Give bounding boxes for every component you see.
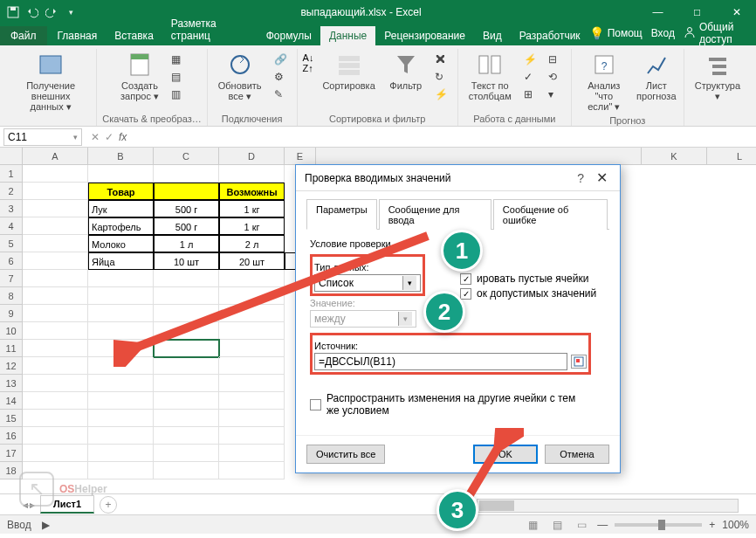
- ok-button[interactable]: OK: [473, 445, 538, 464]
- formula-bar-row: C11▾ ✕✓ fx: [0, 127, 756, 148]
- row-h[interactable]: 17: [0, 445, 23, 462]
- h-scrollbar[interactable]: [477, 499, 739, 513]
- dlg-tab-params[interactable]: Параметры: [306, 199, 377, 230]
- help-label[interactable]: Помощ: [608, 27, 643, 39]
- row-h[interactable]: 16: [0, 427, 23, 445]
- qat-dropdown-icon[interactable]: ▾: [65, 6, 77, 18]
- svg-rect-10: [479, 56, 488, 73]
- formula-bar[interactable]: [132, 135, 756, 139]
- badge-3: 3: [436, 489, 478, 531]
- row-h[interactable]: 6: [0, 252, 23, 270]
- sort-button[interactable]: Сортировка: [317, 49, 380, 93]
- tab-layout[interactable]: Разметка страниц: [162, 14, 258, 45]
- col-h[interactable]: E: [285, 148, 316, 165]
- text-to-columns-button[interactable]: Текст по столбцам: [464, 49, 517, 103]
- dlg-tab-error[interactable]: Сообщение об ошибке: [493, 199, 608, 230]
- badge-2: 2: [423, 291, 465, 333]
- col-h[interactable]: K: [642, 148, 707, 165]
- ignore-blank-checkbox[interactable]: ировать пустые ячейки: [460, 272, 596, 285]
- col-h[interactable]: L: [707, 148, 756, 165]
- row-h[interactable]: 3: [0, 200, 23, 217]
- tab-view[interactable]: Вид: [474, 26, 511, 45]
- forecast-button[interactable]: Лист прогноза: [635, 49, 678, 103]
- tab-insert[interactable]: Вставка: [106, 26, 162, 45]
- file-tab[interactable]: Файл: [0, 26, 47, 45]
- filter-button[interactable]: Фильтр: [384, 49, 428, 93]
- zoom-plus[interactable]: +: [709, 519, 715, 531]
- sheet-tabs: ◂▸ Лист1 +: [0, 493, 756, 514]
- svg-rect-16: [712, 72, 726, 75]
- row-h[interactable]: 2: [0, 183, 23, 200]
- whatif-button[interactable]: ?Анализ "что если" ▾: [577, 49, 631, 114]
- zoom-minus[interactable]: —: [597, 519, 608, 531]
- save-icon[interactable]: [7, 6, 19, 18]
- sb2[interactable]: ▤: [168, 70, 189, 86]
- col-h[interactable]: D: [219, 148, 285, 165]
- svg-point-2: [687, 27, 691, 31]
- svg-rect-9: [339, 70, 360, 75]
- svg-rect-14: [709, 58, 726, 61]
- tab-home[interactable]: Главная: [49, 26, 107, 45]
- col-h[interactable]: B: [88, 148, 154, 165]
- cancel-button[interactable]: Отмена: [545, 445, 609, 464]
- sb1[interactable]: ▦: [168, 52, 189, 68]
- type-label: Тип данных:: [314, 262, 421, 272]
- refresh-all-button[interactable]: Обновить все ▾: [213, 49, 267, 103]
- source-input[interactable]: =ДВССЫЛ(B11): [314, 353, 567, 370]
- fx-icon[interactable]: fx: [119, 131, 132, 143]
- col-h[interactable]: A: [23, 148, 88, 165]
- new-query-button[interactable]: Создать запрос ▾: [115, 49, 164, 103]
- select-all-corner[interactable]: [0, 148, 23, 165]
- row-h[interactable]: 12: [0, 357, 23, 375]
- help-icon[interactable]: 💡: [589, 26, 604, 40]
- badge-1: 1: [441, 230, 483, 272]
- row-h[interactable]: 1: [0, 165, 23, 183]
- row-h[interactable]: 10: [0, 322, 23, 340]
- external-data-button[interactable]: Получение внешних данных ▾: [10, 49, 91, 114]
- dropdown-list-checkbox[interactable]: ок допустимых значений: [460, 287, 596, 300]
- signin-label[interactable]: Вход: [651, 27, 675, 39]
- macro-icon[interactable]: ▶: [42, 519, 50, 531]
- dialog-help-icon[interactable]: ?: [568, 171, 593, 185]
- row-h[interactable]: 13: [0, 375, 23, 392]
- row-h[interactable]: 9: [0, 305, 23, 322]
- clear-all-button[interactable]: Очистить все: [306, 445, 385, 464]
- outline-button[interactable]: Структура ▾: [690, 49, 746, 103]
- view-layout-icon[interactable]: ▤: [548, 517, 566, 533]
- redo-icon[interactable]: [45, 6, 58, 18]
- svg-rect-18: [576, 359, 580, 362]
- range-picker-icon[interactable]: [571, 355, 587, 369]
- row-h[interactable]: 4: [0, 217, 23, 235]
- row-h[interactable]: 7: [0, 270, 23, 287]
- dlg-tab-input[interactable]: Сообщение для ввода: [379, 199, 491, 230]
- row-h[interactable]: 8: [0, 287, 23, 305]
- col-headers: A B C D E K L: [23, 148, 756, 165]
- row-h[interactable]: 14: [0, 392, 23, 410]
- sb3[interactable]: ▥: [168, 87, 189, 103]
- view-normal-icon[interactable]: ▦: [524, 517, 541, 533]
- name-box[interactable]: C11▾: [3, 128, 82, 146]
- tab-formulas[interactable]: Формулы: [258, 26, 320, 45]
- row-h[interactable]: 11: [0, 340, 23, 357]
- tab-review[interactable]: Рецензирование: [375, 26, 474, 45]
- view-break-icon[interactable]: ▭: [573, 517, 590, 533]
- source-label: Источник:: [314, 341, 587, 351]
- dialog-close-icon[interactable]: ✕: [593, 169, 611, 186]
- zoom-level[interactable]: 100%: [722, 519, 749, 531]
- row-h[interactable]: 15: [0, 410, 23, 427]
- status-mode: Ввод: [7, 519, 31, 531]
- share-button[interactable]: Общий доступ: [684, 21, 749, 45]
- col-h: [316, 148, 642, 165]
- enter-fx-icon[interactable]: ✓: [105, 131, 113, 143]
- tab-developer[interactable]: Разработчик: [511, 26, 589, 45]
- type-combo[interactable]: Список▾: [314, 274, 421, 292]
- col-h[interactable]: C: [154, 148, 219, 165]
- cancel-fx-icon[interactable]: ✕: [91, 131, 100, 143]
- tab-data[interactable]: Данные: [320, 26, 375, 45]
- undo-icon[interactable]: [26, 6, 38, 18]
- zoom-slider[interactable]: [615, 523, 702, 527]
- propagate-checkbox[interactable]: Распространить изменения на другие ячейк…: [310, 392, 606, 417]
- row-h[interactable]: 5: [0, 235, 23, 252]
- selected-cell[interactable]: [154, 340, 219, 357]
- ribbon-tabs: Файл Главная Вставка Разметка страниц Фо…: [0, 24, 756, 45]
